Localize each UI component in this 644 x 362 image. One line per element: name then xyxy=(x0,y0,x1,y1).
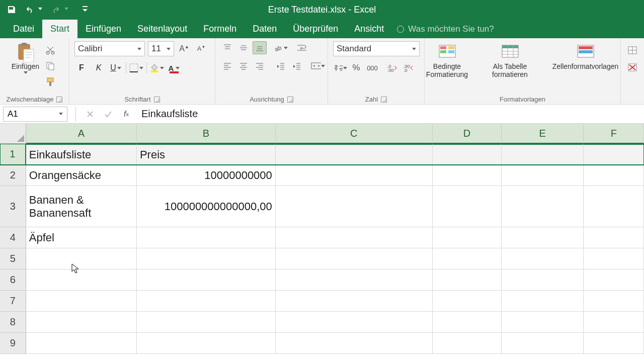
dialog-launcher-icon[interactable] xyxy=(287,97,293,103)
row-header-9[interactable]: 9 xyxy=(0,333,26,354)
tab-insert[interactable]: Einfügen xyxy=(77,20,129,38)
wrap-text-button[interactable] xyxy=(295,41,309,54)
row-header-4[interactable]: 4 xyxy=(0,227,26,248)
cell-E7[interactable] xyxy=(502,291,584,312)
tab-file[interactable]: Datei xyxy=(5,20,42,38)
increase-font-button[interactable]: A▲ xyxy=(177,42,191,55)
format-painter-button[interactable] xyxy=(43,75,57,88)
tab-formulas[interactable]: Formeln xyxy=(195,20,245,38)
select-all-corner[interactable] xyxy=(0,124,26,144)
cell-D6[interactable] xyxy=(433,269,502,291)
cell-A8[interactable] xyxy=(26,312,137,333)
cell-F5[interactable] xyxy=(584,248,644,269)
bold-button[interactable]: F xyxy=(74,61,89,74)
cell-F2[interactable] xyxy=(584,165,644,186)
cell-B1[interactable]: Preis xyxy=(137,144,276,165)
font-size-combo[interactable]: 11 xyxy=(148,41,174,56)
name-box[interactable]: A1 xyxy=(3,107,67,122)
cell-C9[interactable] xyxy=(276,333,433,354)
column-header-D[interactable]: D xyxy=(433,124,502,144)
cell-D1[interactable] xyxy=(433,144,502,165)
cancel-formula-button[interactable] xyxy=(84,108,96,120)
redo-split-icon[interactable] xyxy=(64,8,68,12)
cell-A7[interactable] xyxy=(26,291,137,312)
cell-F1[interactable] xyxy=(584,144,644,165)
cell-B9[interactable] xyxy=(137,333,276,354)
cell-B4[interactable] xyxy=(137,227,276,248)
row-header-2[interactable]: 2 xyxy=(0,165,26,186)
undo-split-icon[interactable] xyxy=(38,8,42,12)
cell-D4[interactable] xyxy=(433,227,502,248)
tab-view[interactable]: Ansicht xyxy=(346,20,392,38)
cell-F8[interactable] xyxy=(584,312,644,333)
column-header-B[interactable]: B xyxy=(137,124,276,144)
cell-D7[interactable] xyxy=(433,291,502,312)
worksheet-grid[interactable]: ABCDEF1EinkaufslistePreis2Orangensäcke10… xyxy=(0,124,644,354)
number-format-combo[interactable]: Standard xyxy=(333,41,420,56)
fill-color-button[interactable] xyxy=(150,61,164,74)
percent-format-button[interactable]: % xyxy=(349,61,363,74)
tab-review[interactable]: Überprüfen xyxy=(285,20,346,38)
cell-C4[interactable] xyxy=(276,227,433,248)
cell-D8[interactable] xyxy=(433,312,502,333)
tab-data[interactable]: Daten xyxy=(245,20,285,38)
italic-button[interactable]: K xyxy=(92,61,106,74)
cell-B2[interactable]: 10000000000 xyxy=(137,165,276,186)
cell-D5[interactable] xyxy=(433,248,502,269)
orientation-button[interactable]: ab xyxy=(274,41,288,54)
row-header-6[interactable]: 6 xyxy=(0,269,26,291)
cell-B5[interactable] xyxy=(137,248,276,269)
row-header-8[interactable]: 8 xyxy=(0,312,26,333)
decrease-indent-button[interactable] xyxy=(274,59,288,72)
font-color-button[interactable]: A xyxy=(167,61,181,74)
tell-me-search[interactable]: Was möchten Sie tun? xyxy=(392,20,499,38)
borders-button[interactable] xyxy=(129,61,143,74)
cell-E3[interactable] xyxy=(502,186,584,227)
align-center-button[interactable] xyxy=(236,59,251,72)
cell-styles-button[interactable]: Zellenformatvorlagen xyxy=(545,41,626,72)
align-top-button[interactable] xyxy=(220,41,234,54)
cell-C7[interactable] xyxy=(276,291,433,312)
column-header-C[interactable]: C xyxy=(276,124,433,144)
cell-D2[interactable] xyxy=(433,165,502,186)
increase-decimal-button[interactable]: ,0,00 xyxy=(385,61,399,74)
align-bottom-button[interactable] xyxy=(253,41,267,54)
cell-A9[interactable] xyxy=(26,333,137,354)
column-header-F[interactable]: F xyxy=(584,124,644,144)
tab-page-layout[interactable]: Seitenlayout xyxy=(129,20,195,38)
cell-A2[interactable]: Orangensäcke xyxy=(26,165,137,186)
cell-F4[interactable] xyxy=(584,227,644,248)
cell-A1[interactable]: Einkaufsliste xyxy=(26,144,137,165)
decrease-font-button[interactable]: A▼ xyxy=(194,42,208,55)
delete-cells-button[interactable] xyxy=(625,60,639,73)
save-icon[interactable] xyxy=(7,5,16,14)
comma-format-button[interactable]: 000 xyxy=(365,61,379,74)
cell-A5[interactable] xyxy=(26,248,137,269)
cell-C3[interactable] xyxy=(276,186,433,227)
cell-E5[interactable] xyxy=(502,248,584,269)
cell-F7[interactable] xyxy=(584,291,644,312)
cell-C8[interactable] xyxy=(276,312,433,333)
decrease-decimal-button[interactable]: ,00,0 xyxy=(401,61,416,74)
cell-D9[interactable] xyxy=(433,333,502,354)
cell-A3[interactable]: Bananen & Bananensaft xyxy=(26,186,137,227)
row-header-3[interactable]: 3 xyxy=(0,186,26,227)
cell-E4[interactable] xyxy=(502,227,584,248)
row-header-5[interactable]: 5 xyxy=(0,248,26,269)
cell-E6[interactable] xyxy=(502,269,584,291)
format-as-table-button[interactable]: Als Tabelle formatieren xyxy=(485,41,536,80)
cell-B7[interactable] xyxy=(137,291,276,312)
dialog-launcher-icon[interactable] xyxy=(56,97,62,103)
cell-E8[interactable] xyxy=(502,312,584,333)
cell-E1[interactable] xyxy=(502,144,584,165)
increase-indent-button[interactable] xyxy=(290,59,304,72)
align-right-button[interactable] xyxy=(253,59,267,72)
column-header-E[interactable]: E xyxy=(502,124,584,144)
cell-C6[interactable] xyxy=(276,269,433,291)
cell-F6[interactable] xyxy=(584,269,644,291)
undo-icon[interactable] xyxy=(25,5,34,14)
insert-function-button[interactable]: fx xyxy=(120,108,132,120)
align-middle-button[interactable] xyxy=(236,41,251,54)
conditional-formatting-button[interactable]: Bedingte Formatierung xyxy=(419,41,475,80)
enter-formula-button[interactable] xyxy=(102,108,114,120)
